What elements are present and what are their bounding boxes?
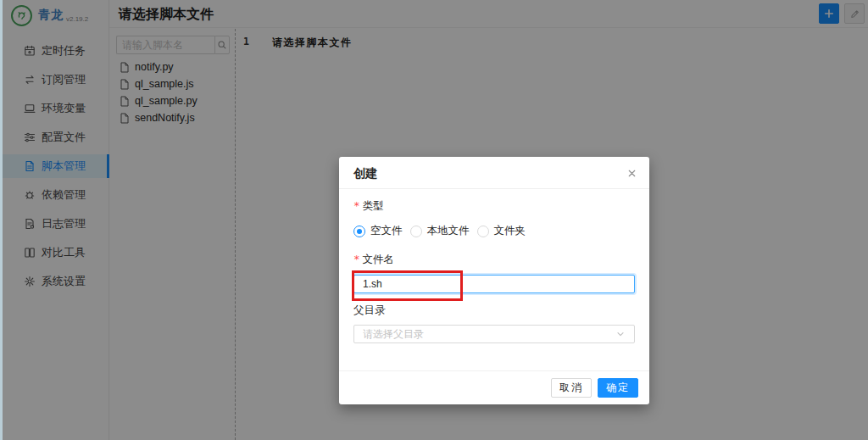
parent-directory-select[interactable]: 请选择父目录 [353, 325, 635, 343]
radio-icon [477, 226, 489, 237]
parent-field-label: 父目录 [353, 304, 386, 318]
cancel-button[interactable]: 取消 [551, 378, 592, 398]
type-radio-group: 空文件 本地文件 文件夹 [353, 224, 526, 238]
ok-button[interactable]: 确定 [598, 378, 638, 398]
radio-label: 本地文件 [427, 224, 470, 238]
radio-local-file[interactable]: 本地文件 [410, 224, 470, 238]
modal-footer: 取消 确定 [339, 370, 649, 404]
radio-folder[interactable]: 文件夹 [477, 224, 526, 238]
window-edge [0, 0, 3, 440]
select-placeholder: 请选择父目录 [363, 327, 615, 342]
radio-icon [410, 226, 422, 237]
filename-field-label: *文件名 [353, 253, 394, 267]
radio-label: 文件夹 [494, 224, 526, 238]
modal-body: *类型 空文件 本地文件 文件夹 *文件名 父目录 [339, 157, 649, 404]
create-modal: 创建 *类型 空文件 本地文件 文件夹 *文件名 [339, 157, 649, 404]
qinglong-app: 青龙 v2.19.2 定时任务 订阅管理 环境变量 配置文件 脚本管理 [0, 0, 868, 440]
required-mark: * [353, 253, 360, 265]
type-field-label: *类型 [353, 199, 384, 214]
radio-label: 空文件 [370, 224, 403, 238]
chevron-down-icon [615, 329, 626, 339]
radio-empty-file[interactable]: 空文件 [353, 224, 403, 238]
radio-icon [353, 226, 365, 237]
filename-input[interactable] [353, 275, 635, 293]
required-mark: * [353, 199, 360, 212]
